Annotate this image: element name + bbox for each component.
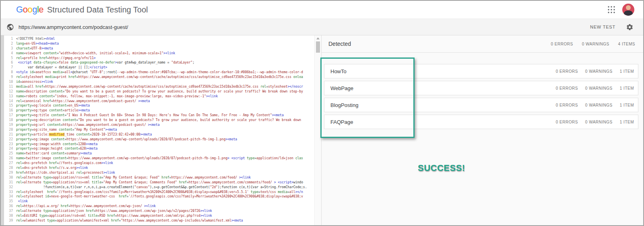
code-line: 25name=twitter:card content=summary><met… — [4, 151, 314, 156]
code-line: 5rel=profile href=https://gmpg.org/xfn/1… — [4, 56, 314, 61]
detected-title: Detected — [328, 41, 351, 47]
line-number: 3 — [4, 46, 16, 51]
line-number: 29 — [4, 171, 16, 175]
row-warnings: 0 WARNINGS — [585, 86, 613, 90]
code-line: 9rel=stylesheet media=print href=https:/… — [4, 75, 314, 80]
code-line: 39rel=wlwmanifest type=application/wlwma… — [4, 218, 314, 223]
url-toolbar: https://www.ampmycontent.com/podcast-gue… — [1, 18, 643, 35]
code-line: 31rel=alternate type=application/rss+xml… — [4, 180, 314, 185]
line-number: 2 — [4, 41, 16, 46]
detected-row-label: HowTo — [330, 68, 347, 74]
scroll-up-arrow-icon[interactable] — [316, 37, 320, 39]
code-line: 24property=og:image:height content=628><… — [4, 146, 314, 151]
line-number: 37 — [4, 209, 16, 214]
row-errors: 0 ERRORS — [556, 103, 578, 107]
search-highlight: modified — [49, 133, 65, 136]
code-line: 10id=aonoscross><link — [4, 80, 314, 84]
detected-row-blogposting[interactable]: BlogPosting0 ERRORS0 WARNINGS1 ITEM — [324, 98, 638, 112]
code-line: 35 <link — [4, 199, 314, 204]
code-line: 34rel=stylesheet id=neve-google-font-mer… — [4, 194, 314, 199]
settings-gear-icon[interactable] — [626, 23, 634, 31]
line-number: 17 — [4, 113, 16, 118]
line-number: 22 — [4, 137, 16, 142]
topbar-actions — [608, 4, 634, 16]
line-number: 21 — [4, 132, 16, 137]
apps-grid-icon[interactable] — [608, 6, 615, 13]
results-panel: Detected 0 ERRORS 0 WARNINGS 4 ITEMS How… — [321, 35, 643, 225]
row-items: 1 ITEM — [620, 120, 634, 124]
code-editor[interactable]: 1<!DOCTYPE html><html2lang=en-US><head><… — [1, 35, 314, 225]
code-line: 32 !function(e,a,t){var r,n,o,i,p=a.crea… — [4, 185, 314, 190]
line-number: 38 — [4, 214, 16, 218]
code-line: 26name=twitter:image content=https://www… — [4, 156, 314, 161]
code-line: 23property=og:image:width content=1200><… — [4, 142, 314, 147]
code-line: 29href=https://cdn.shortpixel.ai rel=pre… — [4, 171, 314, 175]
line-number: 27 — [4, 161, 16, 166]
detected-row-webpage[interactable]: WebPage0 ERRORS0 WARNINGS1 ITEM — [324, 81, 638, 95]
row-counts: 0 ERRORS0 WARNINGS1 ITEM — [556, 69, 634, 74]
detected-row-label: FAQPage — [330, 119, 353, 125]
avatar[interactable] — [622, 4, 634, 16]
summary-items: 4 ITEMS — [618, 42, 635, 46]
line-number: 39 — [4, 218, 16, 223]
line-number: 20 — [4, 127, 16, 132]
url-toolbar-actions: NEW TEST — [590, 23, 634, 31]
logo-letter: G — [16, 4, 23, 14]
row-items: 1 ITEM — [620, 103, 634, 107]
url-input[interactable]: https://www.ampmycontent.com/podcast-gue… — [19, 24, 590, 30]
line-number: 4 — [4, 51, 16, 56]
row-warnings: 0 WARNINGS — [585, 120, 613, 124]
code-line: 13name=robots content="index, follow, ma… — [4, 94, 314, 99]
code-line: 18property=og:description content="Do yo… — [4, 118, 314, 123]
line-number: 34 — [4, 194, 16, 199]
logo-letter: o — [23, 4, 28, 14]
scrollbar-thumb[interactable] — [316, 41, 320, 53]
line-number: 13 — [4, 94, 16, 99]
logo-letter: g — [32, 4, 37, 14]
detected-row-faqpage[interactable]: FAQPage0 ERRORS0 WARNINGS1 ITEM — [324, 115, 638, 129]
row-errors: 0 ERRORS — [556, 69, 578, 74]
line-number: 10 — [4, 80, 16, 84]
row-items: 1 ITEM — [620, 69, 634, 74]
row-items: 1 ITEM — [620, 86, 634, 90]
code-line: 12name=description content="Do you want … — [4, 89, 314, 94]
code-line: 14rel=canonical href=https://www.ampmyco… — [4, 99, 314, 104]
summary-errors: 0 ERRORS — [551, 42, 573, 46]
detected-header: Detected 0 ERRORS 0 WARNINGS 4 ITEMS — [322, 35, 643, 53]
google-logo[interactable]: Google — [16, 4, 43, 15]
success-label: SUCCESS! — [418, 163, 465, 173]
code-line: 8<style id=aoatfcss media=all>@charset "… — [4, 70, 314, 75]
new-test-button[interactable]: NEW TEST — [590, 25, 615, 29]
line-number: 19 — [4, 123, 16, 127]
line-number: 7 — [4, 65, 16, 70]
code-line: 17property=og:title content="I Was A Pod… — [4, 113, 314, 118]
row-counts: 0 ERRORS0 WARNINGS1 ITEM — [556, 103, 634, 107]
code-scrollbar[interactable] — [314, 35, 321, 225]
row-warnings: 0 WARNINGS — [585, 69, 613, 74]
code-pane-left-strip — [1, 35, 4, 225]
code-line: 2lang=en-US><head><meta — [4, 41, 314, 46]
code-line: 37rel=alternate type=application/json hr… — [4, 209, 314, 214]
row-counts: 0 ERRORS0 WARNINGS1 ITEM — [556, 120, 634, 124]
line-number: 1 — [4, 37, 16, 41]
app-header: Google Structured Data Testing Tool — [1, 1, 643, 18]
line-number: 31 — [4, 180, 16, 185]
summary-counts: 0 ERRORS 0 WARNINGS 4 ITEMS — [551, 42, 636, 46]
detected-row-label: WebPage — [330, 85, 353, 91]
logo-letter: e — [39, 4, 43, 14]
code-line: 36rel=https://api.w.org/ href=https://ww… — [4, 204, 314, 209]
line-number: 28 — [4, 166, 16, 171]
line-number: 23 — [4, 142, 16, 147]
code-line: 3charset=UTF-8><meta — [4, 46, 314, 51]
detected-list: HowTo0 ERRORS0 WARNINGS1 ITEMWebPage0 ER… — [322, 64, 643, 129]
code-lines: 1<!DOCTYPE html><html2lang=en-US><head><… — [4, 37, 314, 223]
row-errors: 0 ERRORS — [556, 86, 578, 90]
code-line: 20property=og:site_name content="Amp My … — [4, 127, 314, 132]
line-number: 36 — [4, 204, 16, 209]
code-line: 27rel=dns-prefetch href=//fonts.googleap… — [4, 161, 314, 166]
code-line: 30rel=alternate type=application/rss+xml… — [4, 175, 314, 180]
summary-warnings: 0 WARNINGS — [582, 42, 609, 46]
code-line: 7 var dataLayer = dataLayer || [];</scri… — [4, 65, 314, 70]
detected-row-howto[interactable]: HowTo0 ERRORS0 WARNINGS1 ITEM — [324, 64, 638, 78]
globe-icon — [6, 23, 14, 31]
